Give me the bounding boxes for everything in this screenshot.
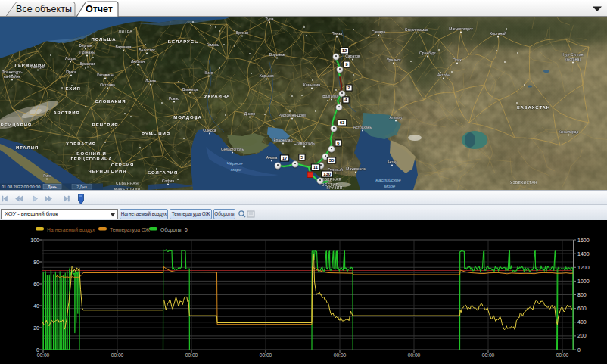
svg-text:1200: 1200 — [577, 265, 590, 270]
svg-text:Стерлитамак: Стерлитамак — [405, 27, 428, 32]
svg-text:1400: 1400 — [577, 251, 590, 257]
svg-text:200: 200 — [577, 333, 587, 338]
svg-text:на-Майне: на-Майне — [4, 74, 21, 79]
svg-text:Кызылорда: Кызылорда — [559, 129, 579, 134]
svg-text:63: 63 — [340, 120, 345, 125]
svg-text:Камышин: Камышин — [304, 82, 321, 87]
svg-text:Берлин: Берлин — [79, 43, 92, 48]
svg-text:Актау: Актау — [387, 160, 397, 164]
svg-text:Познань: Познань — [79, 50, 95, 54]
svg-text:Орск: Орск — [453, 58, 462, 62]
svg-text:60: 60 — [33, 282, 39, 287]
svg-text:00:00: 00:00 — [260, 353, 272, 358]
svg-text:Костанай: Костанай — [490, 31, 506, 36]
svg-text:600: 600 — [577, 306, 587, 311]
svg-text:00:00: 00:00 — [408, 353, 421, 358]
svg-text:КАЗАХСТАН: КАЗАХСТАН — [517, 105, 550, 110]
svg-text:1600: 1600 — [577, 238, 590, 243]
svg-text:17: 17 — [282, 156, 288, 160]
svg-text:СЕРБИЯ: СЕРБИЯ — [111, 163, 135, 167]
svg-text:Острава: Острава — [100, 82, 115, 87]
svg-text:Нагнетаемый воздух: Нагнетаемый воздух — [47, 227, 95, 233]
svg-text:Самара: Самара — [372, 30, 385, 34]
svg-text:ИТАЛИЯ: ИТАЛИЯ — [16, 145, 39, 150]
svg-text:ШВЕЙЦАРИЯ: ШВЕЙЦАРИЯ — [0, 122, 32, 127]
svg-text:0: 0 — [36, 347, 39, 353]
svg-text:0: 0 — [577, 347, 581, 353]
svg-text:Волгоград: Волгоград — [322, 94, 341, 98]
svg-text:12: 12 — [342, 48, 347, 53]
svg-text:80: 80 — [33, 260, 39, 265]
svg-text:БОЛГАРИЯ: БОЛГАРИЯ — [148, 170, 178, 175]
svg-text:Рим: Рим — [43, 173, 51, 178]
svg-text:День: День — [48, 185, 57, 189]
svg-text:Гамбург: Гамбург — [31, 64, 45, 69]
svg-text:Чёрное: Чёрное — [226, 160, 243, 166]
svg-text:Все объекты: Все объекты — [16, 4, 72, 14]
svg-text:Гомель: Гомель — [207, 42, 219, 47]
svg-text:00:00: 00:00 — [111, 353, 124, 358]
svg-text:Одесса: Одесса — [203, 128, 216, 132]
svg-text:Варшава: Варшава — [115, 45, 131, 49]
svg-text:00:00: 00:00 — [556, 353, 569, 358]
svg-text:ГЕРЦЕГОВИНА: ГЕРЦЕГОВИНА — [71, 157, 113, 161]
svg-text:ЧЕРНОГОРИЯ: ЧЕРНОГОРИЯ — [89, 169, 127, 173]
svg-text:Отчет: Отчет — [86, 4, 113, 14]
svg-text:Днепр: Днепр — [244, 111, 256, 116]
svg-text:БОСНИЯ И: БОСНИЯ И — [76, 151, 106, 156]
svg-text:Ростов-на-Дону: Ростов-на-Дону — [279, 113, 307, 117]
svg-text:ВЕНГРИЯ: ВЕНГРИЯ — [92, 123, 119, 127]
svg-text:00:00: 00:00 — [37, 353, 50, 358]
svg-text:Температура ОЖ: Температура ОЖ — [110, 227, 150, 233]
svg-text:МОЛДОВА: МОЛДОВА — [173, 115, 201, 120]
svg-text:00:00: 00:00 — [334, 353, 347, 358]
svg-text:100: 100 — [30, 238, 39, 243]
svg-text:УЗБЕКИСТАН: УЗБЕКИСТАН — [510, 181, 537, 185]
svg-text:Люблин: Люблин — [131, 59, 145, 64]
svg-text:0: 0 — [185, 227, 188, 232]
svg-text:ЧЕХИЯ: ЧЕХИЯ — [61, 86, 80, 91]
svg-text:БЕЛАРУСЬ: БЕЛАРУСЬ — [168, 39, 198, 44]
svg-text:2 Дня: 2 Дня — [76, 185, 87, 189]
svg-text:Магнитогорск: Магнитогорск — [449, 26, 473, 31]
svg-text:СЛОВАКИЯ: СЛОВАКИЯ — [95, 99, 126, 104]
svg-text:Ровно: Ровно — [169, 96, 179, 101]
svg-text:Пенза: Пенза — [332, 31, 342, 36]
svg-text:Обороты: Обороты — [160, 227, 182, 233]
svg-text:Саратов: Саратов — [345, 54, 360, 58]
svg-text:Киев: Киев — [204, 70, 213, 75]
svg-text:Анапа: Анапа — [266, 155, 278, 160]
svg-text:Харьков: Харьков — [259, 73, 274, 78]
svg-text:море: море — [231, 166, 242, 172]
svg-text:ХОРВАТИЯ: ХОРВАТИЯ — [66, 142, 96, 146]
svg-text:01.08.2022 00:00:00: 01.08.2022 00:00:00 — [2, 185, 40, 189]
svg-text:130: 130 — [323, 172, 332, 176]
svg-text:София: София — [162, 179, 174, 183]
svg-text:Винница: Винница — [182, 87, 198, 92]
svg-text:Ставрополь: Ставрополь — [294, 141, 315, 145]
svg-text:1000: 1000 — [577, 278, 590, 284]
svg-text:00:00: 00:00 — [185, 353, 198, 358]
svg-text:ОСЕТИЯ: ОСЕТИЯ — [322, 183, 339, 187]
svg-text:35: 35 — [329, 158, 335, 163]
svg-text:УКРАИНА: УКРАИНА — [204, 94, 230, 98]
svg-text:Краснодар: Краснодар — [274, 138, 293, 142]
svg-text:СЕВЕРНАЯ: СЕВЕРНАЯ — [116, 182, 139, 185]
svg-text:Львов: Львов — [145, 79, 156, 83]
svg-text:Вроцлав: Вроцлав — [80, 61, 95, 66]
svg-text:Оренбург: Оренбург — [419, 51, 436, 55]
svg-text:Тула: Тула — [266, 17, 274, 21]
svg-text:11: 11 — [313, 165, 319, 170]
svg-text:АВСТРИЯ: АВСТРИЯ — [53, 110, 79, 115]
svg-text:800: 800 — [577, 292, 587, 297]
svg-text:ЛИТВА: ЛИТВА — [119, 30, 133, 33]
svg-text:(Астана): (Астана) — [565, 57, 581, 61]
svg-text:Каспийское: Каспийское — [375, 177, 401, 182]
svg-text:Астрахань: Астрахань — [353, 125, 372, 129]
svg-text:Махачкала: Махачкала — [346, 166, 366, 171]
svg-text:Воронеж: Воронеж — [269, 52, 285, 57]
svg-text:Лодзь: Лодзь — [65, 56, 76, 61]
svg-text:ПОЛЬША: ПОЛЬША — [91, 37, 116, 42]
svg-text:Катовице: Катовице — [97, 73, 114, 77]
svg-text:400: 400 — [577, 319, 587, 325]
